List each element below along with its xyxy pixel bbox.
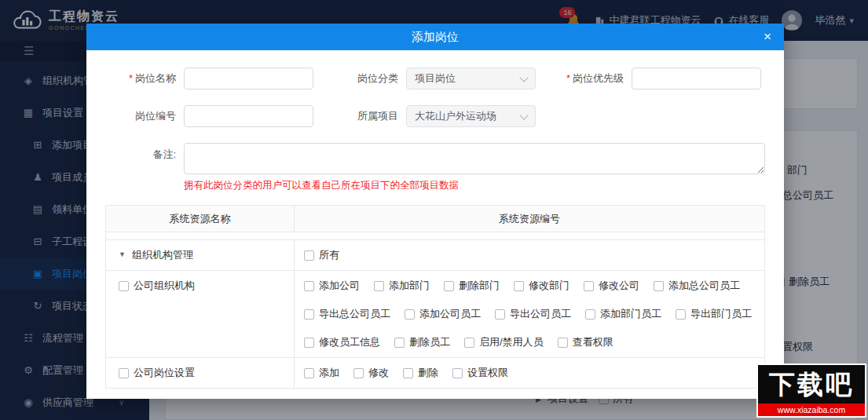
project-select[interactable]: 大花山户外运动场 <box>406 105 536 127</box>
column-header-resource-name: 系统资源名称 <box>106 206 295 232</box>
checkbox-add-department[interactable]: 添加部门 <box>374 279 430 293</box>
remark-label: 备注: <box>105 143 184 174</box>
watermark-title: 下载吧 <box>756 363 866 404</box>
checkbox-export-department-employee[interactable]: 导出部门员工 <box>676 307 752 321</box>
table-row: ▼ 组织机构管理 所有 <box>106 240 764 271</box>
position-priority-input[interactable] <box>632 68 761 89</box>
position-name-input[interactable] <box>184 68 313 89</box>
position-name-label: *岗位名称 <box>105 71 184 86</box>
modal-header: 添加岗位 × <box>86 24 784 50</box>
checkbox-add-department-employee[interactable]: 添加部门员工 <box>585 307 661 321</box>
checkbox-export-hq-employee[interactable]: 导出总公司员工 <box>304 307 390 321</box>
checkbox-edit-employee-info[interactable]: 修改员工信息 <box>304 335 380 349</box>
position-priority-label: *岗位优先级 <box>536 71 632 86</box>
chevron-down-icon <box>519 73 528 82</box>
column-header-resource-code: 系统资源编号 <box>295 206 764 232</box>
checkbox-delete-department[interactable]: 删除部门 <box>444 279 500 293</box>
remark-textarea[interactable] <box>184 143 765 174</box>
table-row: 公司组织机构 添加公司 添加部门 删除部门 修改部门 修改公司 添加总公司员工 … <box>106 271 764 358</box>
checkbox-edit[interactable]: 修改 <box>353 366 389 380</box>
checkbox-add-hq-employee[interactable]: 添加总公司员工 <box>654 279 740 293</box>
watermark-url: www.xiazaiba.com <box>756 404 866 418</box>
table-row: 公司岗位设置 添加 修改 删除 设置权限 <box>106 358 764 389</box>
checkbox-enable-disable-person[interactable]: 启用/禁用人员 <box>464 335 544 349</box>
modal-title: 添加岗位 <box>412 30 459 45</box>
checkbox-edit-company[interactable]: 修改公司 <box>584 279 639 293</box>
project-label: 所属项目 <box>313 109 406 123</box>
close-icon[interactable]: × <box>760 24 775 50</box>
expander-icon[interactable]: ▼ <box>119 250 126 258</box>
checkbox-add-company-employee[interactable]: 添加公司员工 <box>405 307 481 321</box>
checkbox-all[interactable]: 所有 <box>304 248 339 262</box>
checkbox-company-position-settings[interactable]: 公司岗位设置 <box>119 366 195 380</box>
table-gap-row <box>106 232 764 240</box>
watermark-logo: 下载吧 www.xiazaiba.com <box>756 363 866 418</box>
checkbox-view-permission[interactable]: 查看权限 <box>558 335 613 349</box>
checkbox-delete-employee[interactable]: 删除员工 <box>394 335 450 349</box>
add-position-modal: 添加岗位 × *岗位名称 岗位分类 项目岗位 *岗位优先级 岗位编号 所属项目 … <box>86 24 784 399</box>
position-code-input[interactable] <box>184 105 313 127</box>
app-root: 工程物资云 GONGCHENGWUZIYUN 16 中建君联工程物资云 <box>0 0 868 420</box>
checkbox-company-org[interactable]: 公司组织机构 <box>119 279 195 293</box>
position-category-select[interactable]: 项目岗位 <box>406 68 536 89</box>
checkbox-add-company[interactable]: 添加公司 <box>304 279 360 293</box>
position-code-label: 岗位编号 <box>105 109 184 123</box>
checkbox-set-permission[interactable]: 设置权限 <box>452 366 508 380</box>
category-hint-text: 拥有此岗位分类的用户可以查看自己所在项目下的全部项目数据 <box>184 179 765 192</box>
checkbox-delete[interactable]: 删除 <box>403 366 438 380</box>
checkbox-add[interactable]: 添加 <box>304 366 339 380</box>
chevron-down-icon <box>519 111 528 119</box>
checkbox-edit-department[interactable]: 修改部门 <box>514 279 570 293</box>
position-category-label: 岗位分类 <box>313 71 406 86</box>
checkbox-export-company-employee[interactable]: 导出公司员工 <box>495 307 571 321</box>
permission-table: 系统资源名称 系统资源编号 ▼ 组织机构管理 所有 <box>105 205 765 389</box>
